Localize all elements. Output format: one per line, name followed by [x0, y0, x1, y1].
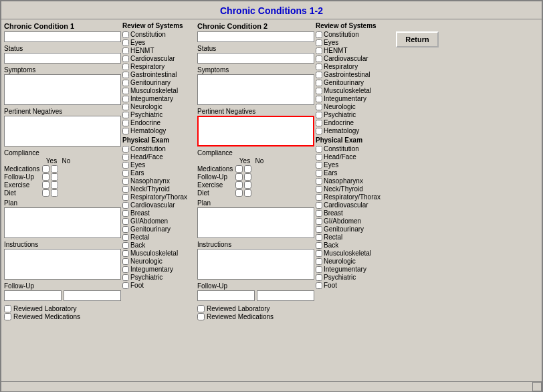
- ros1-pe-check-0[interactable]: [122, 146, 129, 153]
- ros2-ros-check-0[interactable]: [316, 31, 322, 38]
- ros1-pe-check-4[interactable]: [122, 178, 129, 185]
- ros1-pe-check-15[interactable]: [122, 266, 129, 273]
- ros2-pe-check-1[interactable]: [316, 154, 322, 161]
- cc1-comp-fu-yes[interactable]: [42, 173, 49, 181]
- cc1-reviewed-med-check[interactable]: [4, 313, 11, 320]
- ros2-pe-check-13[interactable]: [316, 250, 322, 257]
- ros2-pe-check-16[interactable]: [316, 274, 322, 281]
- ros1-pe-check-7[interactable]: [122, 202, 129, 209]
- ros1-ros-check-6[interactable]: [122, 80, 129, 86]
- cc2-comp-diet-no[interactable]: [244, 189, 251, 197]
- ros1-pe-check-8[interactable]: [122, 210, 129, 217]
- cc1-comp-med-no[interactable]: [51, 165, 58, 173]
- cc2-followup-input2[interactable]: [257, 290, 314, 301]
- ros1-pe-check-2[interactable]: [122, 162, 129, 169]
- ros2-pe-check-7[interactable]: [316, 202, 322, 209]
- cc1-followup-input1[interactable]: [4, 290, 62, 301]
- ros1-ros-check-8[interactable]: [122, 96, 129, 102]
- cc1-comp-med-yes[interactable]: [42, 165, 49, 173]
- cc1-plan-input[interactable]: [4, 207, 121, 238]
- ros1-ros-check-5[interactable]: [122, 72, 129, 78]
- ros1-ros-check-9[interactable]: [122, 104, 129, 110]
- ros1-pe-check-9[interactable]: [122, 218, 129, 225]
- cc1-comp-diet-yes[interactable]: [42, 189, 49, 197]
- cc1-comp-ex-yes[interactable]: [42, 181, 49, 189]
- cc1-pertinent-input[interactable]: [4, 116, 121, 146]
- cc1-comp-ex-no[interactable]: [51, 181, 58, 189]
- ros1-ros-check-1[interactable]: [122, 39, 129, 46]
- cc2-condition-input[interactable]: [197, 31, 314, 42]
- ros2-pe-check-17[interactable]: [316, 282, 322, 289]
- ros2-ros-check-10[interactable]: [316, 112, 322, 118]
- ros2-pe-check-11[interactable]: [316, 234, 322, 241]
- ros1-pe-check-13[interactable]: [122, 250, 129, 257]
- ros2-pe-check-5[interactable]: [316, 186, 322, 193]
- ros1-pe-check-11[interactable]: [122, 234, 129, 241]
- ros2-ros-check-5[interactable]: [316, 72, 322, 78]
- ros1-pe-check-10[interactable]: [122, 226, 129, 233]
- cc1-status-input[interactable]: [4, 53, 121, 64]
- cc1-condition-input[interactable]: [4, 31, 121, 42]
- ros2-pe-check-0[interactable]: [316, 146, 322, 153]
- ros1-pe-check-14[interactable]: [122, 258, 129, 265]
- ros1-ros-check-10[interactable]: [122, 112, 129, 118]
- ros2-ros-check-4[interactable]: [316, 64, 322, 70]
- cc2-comp-med-yes[interactable]: [235, 165, 243, 173]
- cc1-comp-fu-no[interactable]: [51, 173, 58, 181]
- cc2-reviewed-med-check[interactable]: [197, 313, 205, 320]
- cc2-comp-med-no[interactable]: [244, 165, 251, 173]
- ros1-ros-check-11[interactable]: [122, 120, 129, 126]
- cc2-pertinent-input[interactable]: [197, 116, 314, 146]
- ros2-ros-check-3[interactable]: [316, 56, 322, 62]
- ros2-pe-check-10[interactable]: [316, 226, 322, 233]
- ros2-pe-check-8[interactable]: [316, 210, 322, 217]
- ros1-ros-check-7[interactable]: [122, 88, 129, 94]
- cc2-instructions-input[interactable]: [197, 249, 314, 280]
- cc2-comp-diet-yes[interactable]: [235, 189, 243, 197]
- return-button[interactable]: Return: [396, 31, 438, 47]
- cc2-comp-fu-no[interactable]: [244, 173, 251, 181]
- ros1-ros-check-2[interactable]: [122, 47, 129, 54]
- cc1-symptoms-input[interactable]: [4, 74, 121, 105]
- cc2-followup-input1[interactable]: [197, 290, 255, 301]
- ros2-pe-check-14[interactable]: [316, 258, 322, 265]
- cc1-followup-input2[interactable]: [64, 290, 121, 301]
- cc1-reviewed-lab-check[interactable]: [4, 305, 11, 312]
- ros2-pe-check-6[interactable]: [316, 194, 322, 201]
- ros2-ros-check-9[interactable]: [316, 104, 322, 110]
- ros2-ros-check-1[interactable]: [316, 39, 322, 46]
- ros1-ros-check-4[interactable]: [122, 64, 129, 70]
- cc1-instructions-input[interactable]: [4, 249, 121, 280]
- ros1-ros-check-0[interactable]: [122, 31, 129, 38]
- ros2-ros-check-11[interactable]: [316, 120, 322, 126]
- ros2-pe-check-12[interactable]: [316, 242, 322, 249]
- cc2-symptoms-input[interactable]: [197, 74, 314, 105]
- cc2-comp-fu-yes[interactable]: [235, 173, 243, 181]
- ros1-ros-check-12[interactable]: [122, 128, 129, 134]
- ros1-pe-check-12[interactable]: [122, 242, 129, 249]
- cc2-comp-ex-no[interactable]: [244, 181, 251, 189]
- ros2-ros-check-2[interactable]: [316, 47, 322, 54]
- cc2-plan-input[interactable]: [197, 207, 314, 238]
- ros2-pe-check-9[interactable]: [316, 218, 322, 225]
- ros2-pe-check-3[interactable]: [316, 170, 322, 177]
- ros1-pe-check-6[interactable]: [122, 194, 129, 201]
- ros1-pe-check-16[interactable]: [122, 274, 129, 281]
- cc2-status-input[interactable]: [197, 53, 314, 64]
- ros2-pe-check-15[interactable]: [316, 266, 322, 273]
- ros2-ros-check-6[interactable]: [316, 80, 322, 86]
- cc1-comp-diet-no[interactable]: [51, 189, 58, 197]
- ros2-pe-check-4[interactable]: [316, 178, 322, 185]
- cc2-reviewed-lab-check[interactable]: [197, 305, 205, 312]
- ros1-pe-check-5[interactable]: [122, 186, 129, 193]
- ros2-ros-check-7[interactable]: [316, 88, 322, 94]
- ros2-ros-check-8[interactable]: [316, 96, 322, 102]
- ros1-pe-check-3[interactable]: [122, 170, 129, 177]
- ros2-pe-check-2[interactable]: [316, 162, 322, 169]
- cc2-comp-ex-yes[interactable]: [235, 181, 243, 189]
- ros1-ros-check-3[interactable]: [122, 56, 129, 62]
- ros1-pe-check-17[interactable]: [122, 282, 129, 289]
- ros2-ros-check-12[interactable]: [316, 128, 322, 134]
- horizontal-scrollbar[interactable]: [1, 382, 532, 391]
- ros1-pe-check-1[interactable]: [122, 154, 129, 161]
